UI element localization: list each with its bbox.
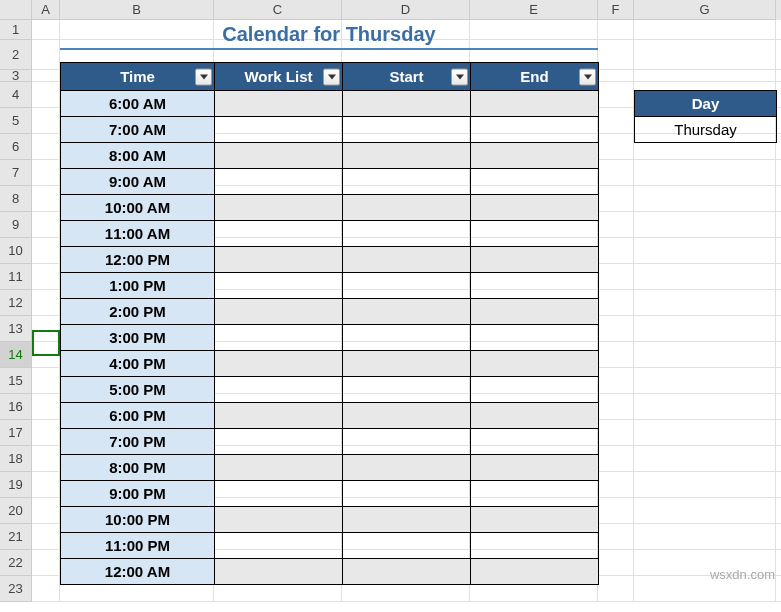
col-head-A[interactable]: A	[32, 0, 60, 20]
row-head-5[interactable]: 5	[0, 108, 32, 134]
row-head-12[interactable]: 12	[0, 290, 32, 316]
select-all-corner[interactable]	[0, 0, 32, 20]
time-cell[interactable]: 3:00 PM	[61, 325, 215, 351]
data-cell[interactable]	[215, 91, 343, 117]
row-head-13[interactable]: 13	[0, 316, 32, 342]
time-cell[interactable]: 6:00 PM	[61, 403, 215, 429]
data-cell[interactable]	[215, 481, 343, 507]
col-head-F[interactable]: F	[598, 0, 634, 20]
time-cell[interactable]: 7:00 AM	[61, 117, 215, 143]
time-cell[interactable]: 11:00 PM	[61, 533, 215, 559]
data-cell[interactable]	[343, 429, 471, 455]
col-head-B[interactable]: B	[60, 0, 214, 20]
time-cell[interactable]: 1:00 PM	[61, 273, 215, 299]
data-cell[interactable]	[343, 195, 471, 221]
data-cell[interactable]	[471, 195, 599, 221]
data-cell[interactable]	[471, 481, 599, 507]
data-cell[interactable]	[471, 403, 599, 429]
data-cell[interactable]	[471, 273, 599, 299]
data-cell[interactable]	[215, 351, 343, 377]
data-cell[interactable]	[343, 455, 471, 481]
row-head-19[interactable]: 19	[0, 472, 32, 498]
data-cell[interactable]	[471, 247, 599, 273]
data-cell[interactable]	[343, 507, 471, 533]
time-cell[interactable]: 10:00 AM	[61, 195, 215, 221]
data-cell[interactable]	[215, 143, 343, 169]
data-cell[interactable]	[343, 403, 471, 429]
row-head-3[interactable]: 3	[0, 70, 32, 82]
row-head-9[interactable]: 9	[0, 212, 32, 238]
time-cell[interactable]: 12:00 PM	[61, 247, 215, 273]
data-cell[interactable]	[471, 91, 599, 117]
data-cell[interactable]	[215, 221, 343, 247]
time-cell[interactable]: 6:00 AM	[61, 91, 215, 117]
time-cell[interactable]: 9:00 PM	[61, 481, 215, 507]
time-cell[interactable]: 9:00 AM	[61, 169, 215, 195]
time-cell[interactable]: 10:00 PM	[61, 507, 215, 533]
data-cell[interactable]	[343, 299, 471, 325]
data-cell[interactable]	[215, 507, 343, 533]
data-cell[interactable]	[343, 559, 471, 585]
filter-icon[interactable]	[195, 68, 212, 85]
col-head-G[interactable]: G	[634, 0, 776, 20]
data-cell[interactable]	[343, 481, 471, 507]
day-value-cell[interactable]: Thursday	[635, 117, 777, 143]
time-cell[interactable]: 2:00 PM	[61, 299, 215, 325]
data-cell[interactable]	[215, 455, 343, 481]
data-cell[interactable]	[471, 299, 599, 325]
data-cell[interactable]	[215, 377, 343, 403]
data-cell[interactable]	[215, 299, 343, 325]
time-cell[interactable]: 11:00 AM	[61, 221, 215, 247]
data-cell[interactable]	[343, 91, 471, 117]
row-head-18[interactable]: 18	[0, 446, 32, 472]
row-head-8[interactable]: 8	[0, 186, 32, 212]
row-head-10[interactable]: 10	[0, 238, 32, 264]
data-cell[interactable]	[343, 169, 471, 195]
data-cell[interactable]	[215, 273, 343, 299]
data-cell[interactable]	[215, 533, 343, 559]
data-cell[interactable]	[343, 351, 471, 377]
data-cell[interactable]	[471, 507, 599, 533]
filter-icon[interactable]	[323, 68, 340, 85]
data-cell[interactable]	[471, 325, 599, 351]
row-head-23[interactable]: 23	[0, 576, 32, 602]
data-cell[interactable]	[215, 117, 343, 143]
row-head-21[interactable]: 21	[0, 524, 32, 550]
row-head-17[interactable]: 17	[0, 420, 32, 446]
data-cell[interactable]	[471, 533, 599, 559]
data-cell[interactable]	[215, 403, 343, 429]
filter-icon[interactable]	[451, 68, 468, 85]
row-head-7[interactable]: 7	[0, 160, 32, 186]
data-cell[interactable]	[343, 273, 471, 299]
data-cell[interactable]	[471, 429, 599, 455]
time-cell[interactable]: 8:00 PM	[61, 455, 215, 481]
data-cell[interactable]	[343, 247, 471, 273]
data-cell[interactable]	[471, 117, 599, 143]
data-cell[interactable]	[215, 429, 343, 455]
row-head-6[interactable]: 6	[0, 134, 32, 160]
data-cell[interactable]	[471, 143, 599, 169]
row-head-20[interactable]: 20	[0, 498, 32, 524]
data-cell[interactable]	[343, 117, 471, 143]
row-head-11[interactable]: 11	[0, 264, 32, 290]
col-time[interactable]: Time	[61, 63, 215, 91]
data-cell[interactable]	[471, 351, 599, 377]
row-head-14[interactable]: 14	[0, 342, 32, 368]
data-cell[interactable]	[215, 247, 343, 273]
data-cell[interactable]	[343, 221, 471, 247]
data-cell[interactable]	[471, 559, 599, 585]
data-cell[interactable]	[343, 143, 471, 169]
col-head-D[interactable]: D	[342, 0, 470, 20]
data-cell[interactable]	[215, 195, 343, 221]
time-cell[interactable]: 7:00 PM	[61, 429, 215, 455]
row-head-2[interactable]: 2	[0, 40, 32, 70]
time-cell[interactable]: 8:00 AM	[61, 143, 215, 169]
data-cell[interactable]	[471, 377, 599, 403]
data-cell[interactable]	[471, 455, 599, 481]
data-cell[interactable]	[343, 533, 471, 559]
data-cell[interactable]	[471, 221, 599, 247]
col-start[interactable]: Start	[343, 63, 471, 91]
row-head-22[interactable]: 22	[0, 550, 32, 576]
filter-icon[interactable]	[579, 68, 596, 85]
col-head-C[interactable]: C	[214, 0, 342, 20]
